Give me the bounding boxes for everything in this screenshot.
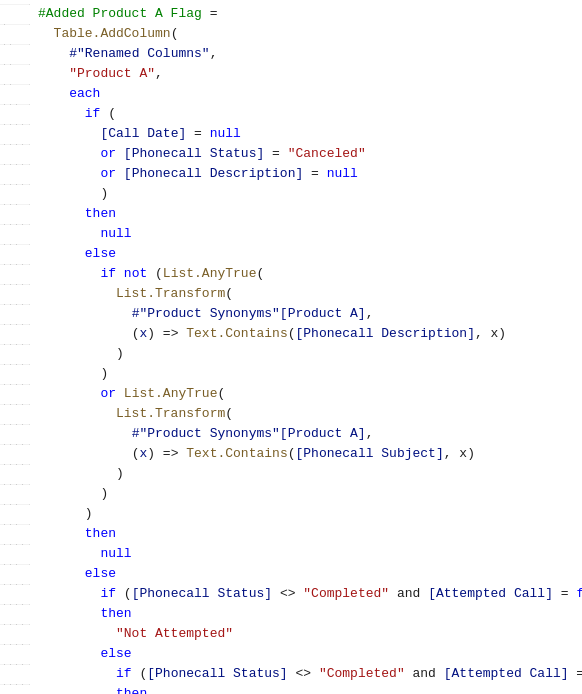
- line-gutter: [0, 24, 30, 25]
- code-line: null: [0, 544, 582, 564]
- line-gutter: [0, 604, 30, 605]
- line-text: ): [30, 464, 582, 484]
- line-text: Table.AddColumn(: [30, 24, 582, 44]
- code-line: then: [0, 204, 582, 224]
- line-text: then: [30, 204, 582, 224]
- code-line: if not (List.AnyTrue(: [0, 264, 582, 284]
- line-gutter: [0, 304, 30, 305]
- line-gutter: [0, 44, 30, 45]
- code-line: or List.AnyTrue(: [0, 384, 582, 404]
- line-text: else: [30, 644, 582, 664]
- line-text: [Call Date] = null: [30, 124, 582, 144]
- line-gutter: [0, 664, 30, 665]
- line-gutter: [0, 184, 30, 185]
- code-line: #Added Product A Flag =: [0, 4, 582, 24]
- line-gutter: [0, 264, 30, 265]
- code-line: each: [0, 84, 582, 104]
- line-text: then: [30, 604, 582, 624]
- line-gutter: [0, 384, 30, 385]
- line-gutter: [0, 124, 30, 125]
- code-line: else: [0, 644, 582, 664]
- line-text: or [Phonecall Status] = "Canceled": [30, 144, 582, 164]
- line-gutter: [0, 144, 30, 145]
- line-gutter: [0, 164, 30, 165]
- code-line: ): [0, 364, 582, 384]
- line-gutter: [0, 324, 30, 325]
- line-gutter: [0, 544, 30, 545]
- line-gutter: [0, 484, 30, 485]
- line-text: ): [30, 364, 582, 384]
- line-text: else: [30, 244, 582, 264]
- line-text: ): [30, 484, 582, 504]
- code-line: or [Phonecall Status] = "Canceled": [0, 144, 582, 164]
- code-line: #"Product Synonyms"[Product A],: [0, 424, 582, 444]
- line-gutter: [0, 224, 30, 225]
- line-text: or List.AnyTrue(: [30, 384, 582, 404]
- line-text: ): [30, 344, 582, 364]
- code-line: "Not Attempted": [0, 624, 582, 644]
- line-text: if ([Phonecall Status] <> "Completed" an…: [30, 584, 582, 604]
- code-line: List.Transform(: [0, 404, 582, 424]
- code-line: ): [0, 184, 582, 204]
- code-line: List.Transform(: [0, 284, 582, 304]
- line-text: if ([Phonecall Status] <> "Completed" an…: [30, 664, 582, 684]
- code-line: if ([Phonecall Status] <> "Completed" an…: [0, 664, 582, 684]
- line-gutter: [0, 344, 30, 345]
- code-line: (x) => Text.Contains([Phonecall Subject]…: [0, 444, 582, 464]
- line-text: #Added Product A Flag =: [30, 4, 582, 24]
- line-text: List.Transform(: [30, 404, 582, 424]
- line-gutter: [0, 364, 30, 365]
- line-gutter: [0, 284, 30, 285]
- code-line: if (: [0, 104, 582, 124]
- line-text: ): [30, 504, 582, 524]
- line-text: null: [30, 224, 582, 244]
- code-line: else: [0, 564, 582, 584]
- code-line: #"Renamed Columns",: [0, 44, 582, 64]
- line-gutter: [0, 84, 30, 85]
- line-text: List.Transform(: [30, 284, 582, 304]
- line-gutter: [0, 644, 30, 645]
- line-text: if not (List.AnyTrue(: [30, 264, 582, 284]
- code-line: [Call Date] = null: [0, 124, 582, 144]
- line-gutter: [0, 244, 30, 245]
- line-text: then: [30, 684, 582, 694]
- line-gutter: [0, 504, 30, 505]
- line-gutter: [0, 524, 30, 525]
- line-gutter: [0, 404, 30, 405]
- line-gutter: [0, 4, 30, 5]
- line-gutter: [0, 684, 30, 685]
- code-line: ): [0, 464, 582, 484]
- code-line: then: [0, 684, 582, 694]
- code-line: ): [0, 484, 582, 504]
- line-text: else: [30, 564, 582, 584]
- line-text: #"Renamed Columns",: [30, 44, 582, 64]
- line-text: #"Product Synonyms"[Product A],: [30, 304, 582, 324]
- code-line: (x) => Text.Contains([Phonecall Descript…: [0, 324, 582, 344]
- code-line: then: [0, 604, 582, 624]
- line-text: ): [30, 184, 582, 204]
- line-gutter: [0, 564, 30, 565]
- line-text: then: [30, 524, 582, 544]
- code-line: ): [0, 344, 582, 364]
- line-text: or [Phonecall Description] = null: [30, 164, 582, 184]
- code-editor: #Added Product A Flag = Table.AddColumn(…: [0, 0, 582, 694]
- line-text: "Not Attempted": [30, 624, 582, 644]
- line-text: each: [30, 84, 582, 104]
- line-gutter: [0, 64, 30, 65]
- line-gutter: [0, 444, 30, 445]
- code-line: then: [0, 524, 582, 544]
- line-text: (x) => Text.Contains([Phonecall Descript…: [30, 324, 582, 344]
- code-line: "Product A",: [0, 64, 582, 84]
- code-line: Table.AddColumn(: [0, 24, 582, 44]
- code-line: ): [0, 504, 582, 524]
- line-gutter: [0, 104, 30, 105]
- line-text: #"Product Synonyms"[Product A],: [30, 424, 582, 444]
- code-line: null: [0, 224, 582, 244]
- code-line: or [Phonecall Description] = null: [0, 164, 582, 184]
- line-text: "Product A",: [30, 64, 582, 84]
- code-line: if ([Phonecall Status] <> "Completed" an…: [0, 584, 582, 604]
- code-line: #"Product Synonyms"[Product A],: [0, 304, 582, 324]
- line-text: (x) => Text.Contains([Phonecall Subject]…: [30, 444, 582, 464]
- line-gutter: [0, 624, 30, 625]
- line-text: null: [30, 544, 582, 564]
